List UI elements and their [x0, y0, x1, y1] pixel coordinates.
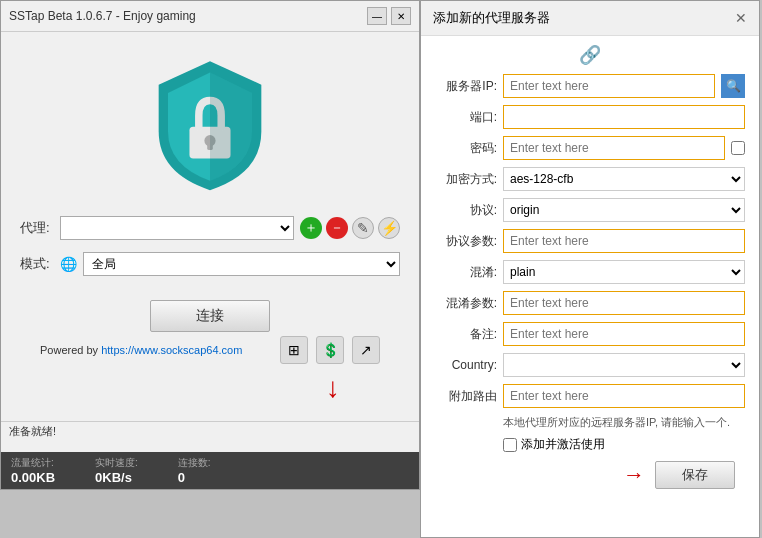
mode-select[interactable]: 全局: [83, 252, 400, 276]
status-bar: 流量统计: 0.00KB 实时速度: 0KB/s 连接数: 0: [1, 452, 419, 489]
dialog-title: 添加新的代理服务器: [433, 9, 550, 27]
shield-logo: [140, 52, 280, 192]
dialog-close-button[interactable]: ✕: [735, 10, 747, 26]
traffic-value: 0.00KB: [11, 470, 55, 485]
port-input[interactable]: 0: [503, 105, 745, 129]
proxy-row: 代理: ＋ － ✎ ⚡: [20, 216, 400, 240]
obfs-param-label: 混淆参数:: [435, 295, 497, 312]
traffic-label: 流量统计:: [11, 456, 55, 470]
route-note: 本地代理所对应的远程服务器IP, 请能输入一个.: [503, 415, 745, 430]
conn-label: 连接数:: [178, 456, 211, 470]
speed-value: 0KB/s: [95, 470, 138, 485]
conn-value: 0: [178, 470, 211, 485]
powered-link[interactable]: https://www.sockscap64.com: [101, 344, 242, 356]
obfs-select[interactable]: plain http_simple http_post tls1.2_ticke…: [503, 260, 745, 284]
country-row: Country:: [435, 353, 745, 377]
protocol-param-input[interactable]: [503, 229, 745, 253]
route-input[interactable]: [503, 384, 745, 408]
mode-label: 模式:: [20, 255, 50, 273]
password-row: 密码:: [435, 136, 745, 160]
obfs-row: 混淆: plain http_simple http_post tls1.2_t…: [435, 260, 745, 284]
proxy-action-icons: ＋ － ✎ ⚡: [300, 217, 400, 239]
dialog-body: 🔗 服务器IP: 🔍 端口: 0 密码: 加密方式: aes-128-cfb a…: [421, 36, 759, 497]
remove-proxy-button[interactable]: －: [326, 217, 348, 239]
obfs-param-input[interactable]: [503, 291, 745, 315]
proxy-select[interactable]: [60, 216, 294, 240]
grid-icon-button[interactable]: ⊞: [280, 336, 308, 364]
save-row: → 保存: [435, 461, 745, 489]
bottom-icon-group: ⊞ 💲 ↗: [280, 336, 380, 364]
export-icon-button[interactable]: ↗: [352, 336, 380, 364]
search-button[interactable]: 🔍: [721, 74, 745, 98]
port-label: 端口:: [435, 109, 497, 126]
add-proxy-button[interactable]: ＋: [300, 217, 322, 239]
remark-input[interactable]: [503, 322, 745, 346]
add-proxy-dialog: 添加新的代理服务器 ✕ 🔗 服务器IP: 🔍 端口: 0 密码: 加密方式:: [420, 0, 760, 538]
traffic-stat: 流量统计: 0.00KB: [11, 456, 55, 485]
country-label: Country:: [435, 358, 497, 372]
connect-button[interactable]: 连接: [150, 300, 270, 332]
server-ip-label: 服务器IP:: [435, 78, 497, 95]
port-row: 端口: 0: [435, 105, 745, 129]
dialog-titlebar: 添加新的代理服务器 ✕: [421, 1, 759, 36]
country-select[interactable]: [503, 353, 745, 377]
protocol-select[interactable]: origin auth_sha1_v4 auth_aes128_md5 auth…: [503, 198, 745, 222]
obfs-param-row: 混淆参数:: [435, 291, 745, 315]
activate-label: 添加并激活使用: [521, 436, 605, 453]
dollar-icon-button[interactable]: 💲: [316, 336, 344, 364]
powered-row: Powered by https://www.sockscap64.com ⊞ …: [20, 332, 400, 368]
remark-label: 备注:: [435, 326, 497, 343]
proxy-label: 代理:: [20, 219, 50, 237]
globe-icon: 🌐: [60, 256, 77, 272]
activate-row: 添加并激活使用: [503, 436, 745, 453]
edit-proxy-button[interactable]: ✎: [352, 217, 374, 239]
ready-text: 准备就绪!: [9, 425, 56, 437]
encrypt-select[interactable]: aes-128-cfb aes-256-cfb aes-128-ctr rc4-…: [503, 167, 745, 191]
route-label: 附加路由: [435, 388, 497, 405]
conn-stat: 连接数: 0: [178, 456, 211, 485]
encrypt-label: 加密方式:: [435, 171, 497, 188]
password-label: 密码:: [435, 140, 497, 157]
activate-checkbox[interactable]: [503, 438, 517, 452]
titlebar-controls: — ✕: [367, 7, 411, 25]
main-window: SSTap Beta 1.0.6.7 - Enjoy gaming — ✕: [0, 0, 420, 490]
chain-link-icon: 🔗: [579, 44, 601, 66]
protocol-param-row: 协议参数:: [435, 229, 745, 253]
speed-label: 实时速度:: [95, 456, 138, 470]
route-row: 附加路由: [435, 384, 745, 408]
protocol-row: 协议: origin auth_sha1_v4 auth_aes128_md5 …: [435, 198, 745, 222]
arrow-indicator: ↓: [326, 372, 340, 404]
ready-bar: 准备就绪!: [1, 421, 419, 441]
close-button[interactable]: ✕: [391, 7, 411, 25]
protocol-label: 协议:: [435, 202, 497, 219]
minimize-button[interactable]: —: [367, 7, 387, 25]
save-arrow-icon: →: [623, 462, 645, 488]
main-content: ↓ 代理: ＋ － ✎ ⚡ 模式: 🌐 全局 连接: [1, 32, 419, 378]
titlebar: SSTap Beta 1.0.6.7 - Enjoy gaming — ✕: [1, 1, 419, 32]
obfs-label: 混淆:: [435, 264, 497, 281]
link-icon-row: 🔗: [435, 44, 745, 66]
speed-stat: 实时速度: 0KB/s: [95, 456, 138, 485]
powered-by-text: Powered by https://www.sockscap64.com: [40, 344, 260, 356]
server-ip-input[interactable]: [503, 74, 715, 98]
flash-proxy-button[interactable]: ⚡: [378, 217, 400, 239]
password-input[interactable]: [503, 136, 725, 160]
encrypt-row: 加密方式: aes-128-cfb aes-256-cfb aes-128-ct…: [435, 167, 745, 191]
remark-row: 备注:: [435, 322, 745, 346]
save-button[interactable]: 保存: [655, 461, 735, 489]
server-ip-row: 服务器IP: 🔍: [435, 74, 745, 98]
show-password-checkbox[interactable]: [731, 141, 745, 155]
window-title: SSTap Beta 1.0.6.7 - Enjoy gaming: [9, 9, 196, 23]
mode-row: 模式: 🌐 全局: [20, 252, 400, 276]
protocol-param-label: 协议参数:: [435, 233, 497, 250]
